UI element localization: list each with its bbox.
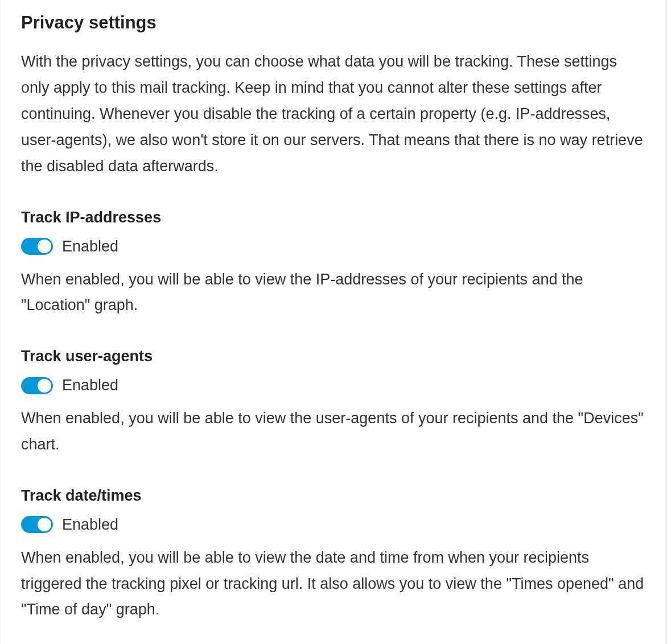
setting-title-ip: Track IP-addresses	[21, 207, 645, 229]
toggle-label-ip: Enabled	[62, 238, 118, 255]
setting-description-user-agents: When enabled, you will be able to view t…	[21, 406, 645, 458]
toggle-knob	[38, 240, 51, 253]
setting-title-datetimes: Track date/times	[21, 485, 645, 507]
toggle-knob	[38, 518, 51, 531]
toggle-knob	[38, 379, 51, 393]
toggle-user-agents[interactable]	[21, 377, 53, 394]
toggle-ip[interactable]	[21, 238, 53, 255]
setting-description-datetimes: When enabled, you will be able to view t…	[21, 545, 645, 624]
setting-title-user-agents: Track user-agents	[21, 346, 645, 368]
setting-description-ip: When enabled, you will be able to view t…	[21, 267, 645, 319]
toggle-label-user-agents: Enabled	[62, 377, 118, 394]
toggle-row-ip: Enabled	[21, 238, 645, 255]
privacy-settings-panel: Privacy settings With the privacy settin…	[0, 0, 667, 644]
setting-track-datetimes: Track date/times Enabled When enabled, y…	[21, 485, 645, 623]
toggle-row-user-agents: Enabled	[21, 377, 645, 394]
toggle-datetimes[interactable]	[21, 516, 53, 533]
section-description: With the privacy settings, you can choos…	[21, 49, 645, 179]
section-title: Privacy settings	[21, 11, 645, 34]
toggle-row-datetimes: Enabled	[21, 516, 645, 534]
setting-track-ip: Track IP-addresses Enabled When enabled,…	[21, 207, 645, 319]
toggle-label-datetimes: Enabled	[62, 516, 118, 534]
setting-track-user-agents: Track user-agents Enabled When enabled, …	[21, 346, 645, 458]
